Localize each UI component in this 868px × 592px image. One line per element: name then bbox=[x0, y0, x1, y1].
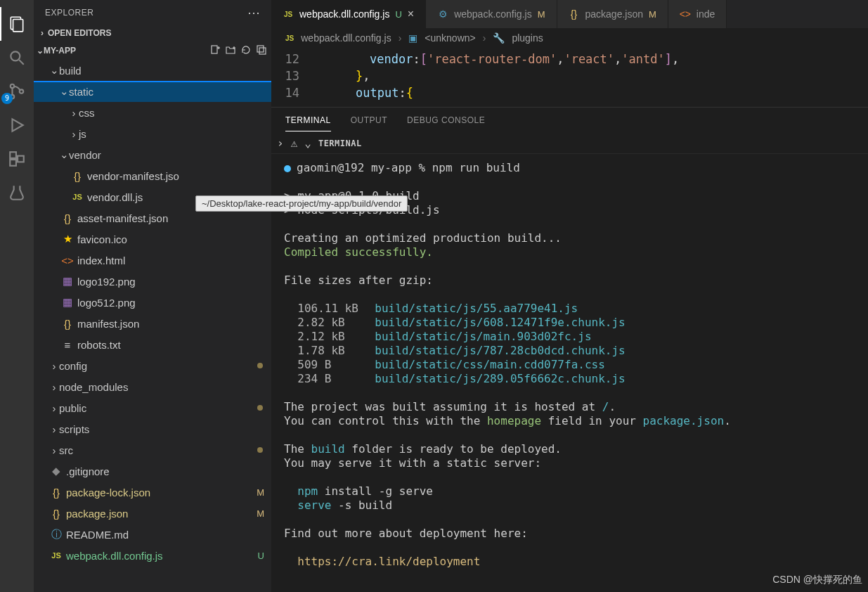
file-webpack-dll[interactable]: JSwebpack.dll.config.jsU bbox=[34, 545, 271, 566]
tab-index[interactable]: <> inde bbox=[668, 0, 727, 28]
sidebar-header: EXPLORER ⋯ bbox=[34, 0, 271, 25]
chevron-right-icon: › bbox=[37, 28, 48, 38]
js-icon: JS bbox=[70, 193, 84, 201]
svg-rect-10 bbox=[18, 156, 24, 162]
panel-tab-debug[interactable]: DEBUG CONSOLE bbox=[407, 110, 485, 131]
file-package-lock[interactable]: {}package-lock.jsonM bbox=[34, 482, 271, 503]
file-logo512[interactable]: ▦logo512.png bbox=[34, 292, 271, 313]
folder-public[interactable]: ›public bbox=[34, 397, 271, 418]
activity-extensions-icon[interactable] bbox=[0, 142, 34, 176]
chevron-down-icon: ⌄ bbox=[49, 64, 59, 77]
svg-rect-17 bbox=[259, 48, 266, 54]
svg-rect-11 bbox=[212, 46, 217, 53]
warning-icon[interactable]: ⚠ bbox=[291, 136, 298, 150]
collapse-all-icon[interactable] bbox=[256, 44, 267, 58]
file-readme[interactable]: ⓘREADME.md bbox=[34, 524, 271, 545]
panel-tab-output[interactable]: OUTPUT bbox=[351, 110, 387, 131]
js-icon: JS bbox=[285, 34, 294, 42]
tab-webpack-dll[interactable]: JS webpack.dll.config.js U × bbox=[271, 0, 426, 28]
symbol-module-icon: ▣ bbox=[408, 32, 417, 44]
json-icon: {} bbox=[569, 8, 580, 20]
chevron-right-icon: › bbox=[49, 381, 59, 393]
text-icon: ≡ bbox=[60, 339, 75, 351]
folder-src[interactable]: ›src bbox=[34, 439, 271, 461]
sidebar-more-icon[interactable]: ⋯ bbox=[247, 5, 260, 20]
folder-css[interactable]: ›css bbox=[34, 102, 271, 123]
source-control-badge: 9 bbox=[1, 93, 13, 104]
chevron-down-icon[interactable]: ⌄ bbox=[304, 136, 311, 150]
new-file-icon[interactable] bbox=[209, 44, 221, 58]
activity-testing-icon[interactable] bbox=[0, 176, 34, 210]
html-icon: <> bbox=[680, 8, 691, 20]
svg-rect-9 bbox=[10, 160, 16, 166]
untracked-status: U bbox=[258, 551, 264, 561]
file-robots[interactable]: ≡robots.txt bbox=[34, 334, 271, 355]
modified-dot-icon bbox=[257, 405, 263, 411]
chevron-right-icon[interactable]: › bbox=[277, 136, 284, 150]
folder-vendor[interactable]: ⌄vendor bbox=[34, 144, 271, 165]
chevron-down-icon: ⌄ bbox=[37, 46, 44, 56]
modified-status: M bbox=[257, 508, 264, 519]
chevron-down-icon: ⌄ bbox=[59, 85, 69, 98]
file-vendor-manifest[interactable]: {}vendor-manifest.jso bbox=[34, 165, 271, 186]
svg-rect-1 bbox=[13, 20, 23, 32]
tab-webpack-config[interactable]: ⚙ webpack.config.js M bbox=[426, 0, 557, 28]
file-index-html[interactable]: <>index.html bbox=[34, 250, 271, 271]
chevron-right-icon: › bbox=[399, 32, 402, 44]
star-icon: ★ bbox=[60, 233, 75, 245]
sidebar-title: EXPLORER bbox=[45, 8, 93, 18]
panel-sub-header: › ⚠ ⌄ TERMINAL bbox=[271, 133, 868, 154]
terminal[interactable]: gaomin@192 my-app % npm run build > my-a… bbox=[271, 154, 868, 592]
prompt-dot-icon bbox=[284, 165, 291, 172]
folder-config[interactable]: ›config bbox=[34, 355, 271, 376]
activity-explorer-icon[interactable] bbox=[0, 7, 34, 41]
svg-rect-8 bbox=[10, 152, 16, 158]
panel-tab-terminal[interactable]: TERMINAL bbox=[285, 110, 331, 131]
svg-point-6 bbox=[20, 89, 23, 93]
modified-status: M bbox=[257, 487, 264, 498]
close-icon[interactable]: × bbox=[408, 8, 414, 20]
breadcrumb[interactable]: JS webpack.dll.config.js › ▣ <unknown> ›… bbox=[271, 28, 868, 48]
json-icon: {} bbox=[60, 318, 75, 330]
chevron-right-icon: › bbox=[49, 402, 59, 414]
html-icon: <> bbox=[60, 255, 75, 266]
file-gitignore[interactable]: ◆.gitignore bbox=[34, 461, 271, 482]
file-favicon[interactable]: ★favicon.ico bbox=[34, 229, 271, 250]
folder-node-modules[interactable]: ›node_modules bbox=[34, 376, 271, 397]
folder-js[interactable]: ›js bbox=[34, 123, 271, 144]
refresh-icon[interactable] bbox=[240, 44, 252, 58]
chevron-right-icon: › bbox=[483, 32, 486, 44]
folder-static[interactable]: ⌄static bbox=[34, 81, 271, 102]
open-editors-section[interactable]: › OPEN EDITORS bbox=[34, 25, 271, 41]
file-manifest[interactable]: {}manifest.json bbox=[34, 313, 271, 334]
image-icon: ▦ bbox=[60, 296, 75, 309]
path-tooltip: ~/Desktop/lake-react-project/my-app/buil… bbox=[195, 195, 408, 212]
watermark: CSDN @快撑死的鱼 bbox=[772, 574, 862, 586]
new-folder-icon[interactable] bbox=[225, 44, 236, 58]
json-icon: {} bbox=[60, 212, 75, 224]
modified-dot-icon bbox=[257, 447, 263, 453]
activity-bar: 9 bbox=[0, 0, 34, 592]
file-package-json[interactable]: {}package.jsonM bbox=[34, 503, 271, 524]
json-icon: {} bbox=[70, 170, 84, 182]
js-icon: JS bbox=[283, 11, 294, 18]
activity-search-icon[interactable] bbox=[0, 41, 34, 75]
activity-source-control-icon[interactable]: 9 bbox=[0, 75, 34, 108]
svg-point-2 bbox=[11, 51, 20, 60]
activity-run-debug-icon[interactable] bbox=[0, 108, 34, 142]
file-tree: ⌄build ⌄static ›css ›js ⌄vendor {}vendor… bbox=[34, 60, 271, 592]
tab-package-json[interactable]: {} package.json M bbox=[557, 0, 668, 28]
folder-build[interactable]: ⌄build bbox=[34, 60, 271, 81]
folder-scripts[interactable]: ›scripts bbox=[34, 418, 271, 439]
chevron-right-icon: › bbox=[49, 444, 59, 456]
symbol-property-icon: 🔧 bbox=[493, 32, 505, 44]
project-section[interactable]: ⌄ MY-APP bbox=[34, 41, 271, 60]
code-editor[interactable]: 12 vendor : [ 'react-router-dom' , 'reac… bbox=[271, 48, 868, 107]
image-icon: ▦ bbox=[60, 275, 75, 288]
chevron-right-icon: › bbox=[69, 107, 79, 119]
svg-marker-7 bbox=[13, 119, 23, 131]
json-icon: {} bbox=[49, 508, 63, 520]
file-logo192[interactable]: ▦logo192.png bbox=[34, 271, 271, 292]
svg-line-3 bbox=[19, 60, 24, 65]
chevron-down-icon: ⌄ bbox=[59, 148, 69, 161]
